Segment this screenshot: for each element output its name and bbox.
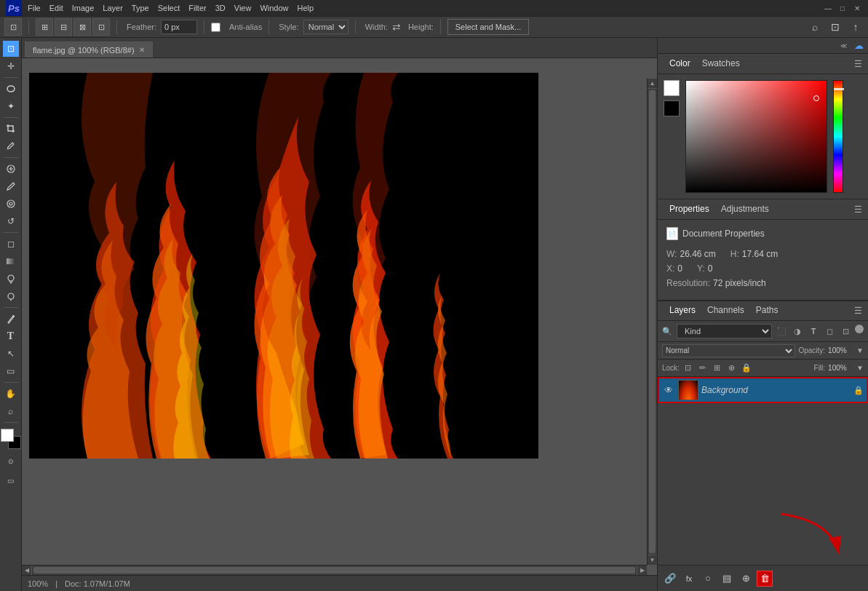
horizontal-scrollbar[interactable]: ◀ ▶ [22, 565, 647, 575]
scroll-left-btn[interactable]: ◀ [22, 566, 32, 575]
quick-mask-btn[interactable]: ⊙ [3, 453, 19, 469]
adjustments-tab[interactable]: Adjustments [715, 199, 775, 219]
maximize-button[interactable]: □ [837, 3, 848, 13]
screen-mode-icon[interactable]: ⊡ [827, 19, 843, 35]
properties-panel-menu-icon[interactable]: ☰ [854, 205, 862, 215]
shape-layer-icon[interactable]: ◻ [823, 325, 836, 338]
layer-visibility-eye[interactable]: 👁 [662, 384, 675, 397]
menu-image[interactable]: Image [72, 4, 95, 12]
layers-tab[interactable]: Layers [664, 301, 701, 320]
type-tool-btn[interactable]: T [3, 328, 19, 344]
lock-move-icon[interactable]: ⊕ [726, 362, 738, 374]
feather-input[interactable] [161, 20, 197, 34]
scroll-thumb[interactable] [649, 90, 656, 553]
layer-kind-select[interactable]: Kind [677, 324, 772, 338]
lasso-tool-btn[interactable] [3, 81, 19, 97]
layer-mask-btn[interactable]: ○ [700, 571, 716, 587]
gradient-tool-btn[interactable] [3, 253, 19, 269]
hand-tool-btn[interactable]: ✋ [3, 386, 19, 402]
color-panel-menu-icon[interactable]: ☰ [854, 59, 862, 69]
link-layers-btn[interactable]: 🔗 [662, 571, 678, 587]
blend-mode-select[interactable]: Normal [662, 344, 795, 357]
type-layer-icon[interactable]: T [807, 325, 820, 338]
filter-toggle-icon[interactable] [855, 325, 864, 333]
crop-tool-btn[interactable] [3, 121, 19, 137]
smart-obj-icon[interactable]: ⊡ [839, 325, 852, 338]
anti-alias-checkbox[interactable] [211, 23, 220, 32]
layer-fx-btn[interactable]: fx [681, 571, 697, 587]
style-select[interactable]: Normal [303, 20, 349, 34]
select-mask-button[interactable]: Select and Mask... [447, 19, 530, 35]
tool-add-selection[interactable]: ⊟ [55, 18, 72, 36]
menu-3d[interactable]: 3D [215, 4, 226, 12]
color-gradient-field[interactable] [685, 80, 827, 193]
layers-panel-menu-icon[interactable]: ☰ [854, 306, 862, 316]
foreground-color[interactable] [1, 429, 14, 442]
menu-help[interactable]: Help [298, 4, 314, 12]
tool-intersect-selection[interactable]: ⊡ [92, 18, 110, 36]
color-tab[interactable]: Color [664, 54, 696, 74]
channels-tab[interactable]: Channels [701, 301, 750, 320]
brush-tool-btn[interactable] [3, 178, 19, 194]
marquee-tool-btn[interactable]: ⊡ [3, 41, 19, 57]
eyedropper-tool-btn[interactable] [3, 138, 19, 154]
path-select-tool-btn[interactable]: ↖ [3, 346, 19, 362]
opacity-arrow-icon[interactable]: ▼ [856, 346, 864, 354]
cc-icon[interactable]: ☁ [854, 40, 864, 51]
screen-mode-btn[interactable]: ▭ [3, 472, 19, 488]
lock-artboard-icon[interactable]: ⊞ [712, 362, 723, 374]
move-tool-btn[interactable]: ✛ [3, 58, 19, 74]
rect-marquee-btn[interactable]: ⊡ [4, 18, 22, 36]
paths-tab[interactable]: Paths [750, 301, 784, 320]
tab-close-icon[interactable]: ✕ [139, 46, 145, 54]
width-swap-icon[interactable]: ⇄ [392, 21, 401, 33]
tool-subtract-selection[interactable]: ⊠ [73, 18, 91, 36]
menu-window[interactable]: Window [260, 4, 288, 12]
adjustment-layer-btn[interactable]: ▤ [719, 571, 735, 587]
menu-view[interactable]: View [234, 4, 252, 12]
fill-arrow-icon[interactable]: ▼ [856, 364, 864, 372]
clone-tool-btn[interactable] [3, 196, 19, 212]
menu-select[interactable]: Select [158, 4, 180, 12]
menu-edit[interactable]: Edit [49, 4, 63, 12]
foreground-swatch[interactable] [664, 80, 680, 96]
menu-filter[interactable]: Filter [188, 4, 206, 12]
shape-tool-btn[interactable]: ▭ [3, 363, 19, 379]
panel-collapse-left-icon[interactable]: ≪ [838, 41, 848, 51]
scroll-up-btn[interactable]: ▲ [648, 79, 657, 89]
background-layer-row[interactable]: 👁 Background 🔒 [658, 377, 868, 403]
dodge-tool-btn[interactable] [3, 288, 19, 304]
history-tool-btn[interactable]: ↺ [3, 213, 19, 229]
scroll-right-btn[interactable]: ▶ [637, 566, 647, 575]
lock-all-icon[interactable]: 🔒 [741, 362, 752, 374]
menu-file[interactable]: File [28, 4, 41, 12]
menu-type[interactable]: Type [132, 4, 149, 12]
eraser-tool-btn[interactable]: ◻ [3, 236, 19, 252]
swatches-tab[interactable]: Swatches [696, 54, 746, 74]
new-layer-btn[interactable]: ⊕ [738, 571, 754, 587]
properties-tab[interactable]: Properties [664, 199, 715, 219]
canvas-container[interactable]: ▲ ▼ ◀ ▶ [22, 58, 657, 575]
lock-position-icon[interactable]: ⊡ [682, 362, 694, 374]
delete-layer-btn[interactable]: 🗑 [757, 571, 773, 587]
share-icon[interactable]: ↑ [848, 19, 864, 35]
close-button[interactable]: ✕ [852, 3, 862, 13]
document-tab[interactable]: flame.jpg @ 100% (RGB/8#) ✕ [25, 41, 153, 57]
vertical-scrollbar[interactable]: ▲ ▼ [647, 79, 657, 565]
blur-tool-btn[interactable] [3, 271, 19, 287]
lock-paint-icon[interactable]: ✏ [697, 362, 709, 374]
adjustment-layer-icon[interactable]: ◑ [791, 325, 804, 338]
minimize-button[interactable]: — [823, 3, 833, 13]
healing-tool-btn[interactable] [3, 161, 19, 177]
background-swatch[interactable] [664, 100, 680, 116]
menu-layer[interactable]: Layer [103, 4, 123, 12]
search-icon[interactable]: ⌕ [807, 19, 823, 35]
scroll-down-btn[interactable]: ▼ [648, 555, 657, 565]
zoom-tool-btn[interactable]: ⌕ [3, 403, 19, 419]
tool-new-selection[interactable]: ⊞ [36, 18, 53, 36]
h-scroll-thumb[interactable] [33, 567, 635, 574]
pen-tool-btn[interactable] [3, 311, 19, 327]
hue-slider[interactable] [833, 80, 843, 193]
pixel-layer-icon[interactable]: ⬛ [775, 325, 788, 338]
quick-select-tool-btn[interactable]: ✦ [3, 98, 19, 114]
